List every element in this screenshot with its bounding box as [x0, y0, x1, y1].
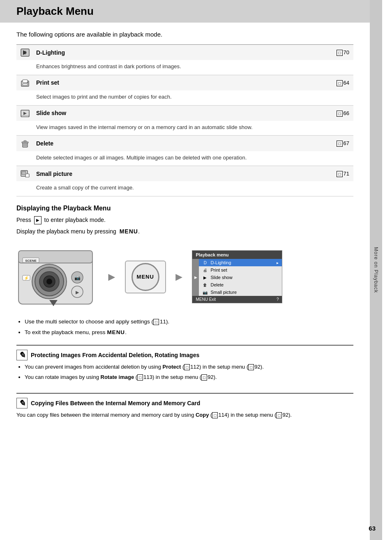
pm-item-delete: 🗑 Delete [199, 281, 282, 288]
note-bullets-1: You can prevent images from accidental d… [25, 363, 353, 381]
note-bullet-1-2: You can rotate images by using Rotate im… [25, 373, 353, 381]
pm-footer-right: ? [277, 297, 279, 302]
menu-button-diagram: MENU [125, 261, 166, 293]
menu-item-page: □66 [246, 105, 353, 121]
note-title-1: ✎ Protecting Images From Accidental Dele… [16, 350, 353, 360]
menu-item-icon [16, 75, 34, 90]
book-icon-n1: □ [184, 364, 190, 370]
pm-icon-s: ▶ [202, 275, 208, 280]
note-body-2: You can copy files between the internal … [16, 411, 353, 419]
note-title-2: ✎ Copying Files Between the Internal Mem… [16, 398, 353, 408]
menu-item-name: Print set [34, 75, 246, 90]
menu-row-desc: View images saved in the internal memory… [16, 121, 353, 136]
book-icon-n1b: □ [248, 364, 254, 370]
menu-item-name: Small picture [34, 166, 246, 182]
menu-item-desc: Delete selected images or all images. Mu… [16, 151, 353, 166]
menu-item-name: Delete [34, 136, 246, 151]
section-title: Displaying the Playback Menu [16, 205, 353, 212]
svg-rect-18 [22, 171, 26, 175]
pm-label-smallpic: Small picture [210, 290, 237, 295]
menu-row-desc: Create a small copy of the current image… [16, 181, 353, 196]
note-copying-files: ✎ Copying Files Between the Internal Mem… [16, 393, 353, 423]
book-icon-n3b: □ [276, 412, 282, 418]
note-icon-1: ✎ [16, 350, 28, 360]
menu-item-icon [16, 136, 34, 151]
book-icon: □ [337, 111, 342, 117]
slide-show-icon [21, 109, 30, 118]
svg-rect-5 [23, 84, 28, 85]
menu-item-icon: D [16, 45, 34, 60]
menu-item-name: D-Lighting [34, 45, 246, 60]
menu-row-desc: Select images to print and the number of… [16, 90, 353, 105]
pm-label-dlighting: D-Lighting [210, 260, 231, 265]
menu-row: Delete □67 [16, 136, 353, 151]
camera-diagram: SCENE ⚡ 📷 ▶ [16, 245, 99, 309]
delete-icon [21, 140, 30, 148]
svg-point-6 [27, 82, 28, 83]
menu-item-page: □71 [246, 166, 353, 182]
pm-label-delete: Delete [210, 282, 224, 287]
svg-rect-4 [23, 80, 28, 83]
pm-label-slideshow: Slide show [210, 275, 232, 280]
page-number: 63 [369, 525, 376, 532]
pm-arrow: ▸ [277, 261, 279, 265]
pm-item-smallpic: 📷 Small picture [199, 288, 282, 296]
small-picture-icon [21, 170, 30, 178]
pm-item-slideshow: ▶ Slide show [199, 274, 282, 281]
pm-item-dlighting: D D-Lighting ▸ [199, 259, 282, 266]
display-menu-text: Display the playback menu by pressing ME… [16, 227, 353, 236]
playback-button-icon: ▶ [34, 216, 42, 224]
press-playback-text: Press ▶ to enter playback mode. [16, 215, 353, 224]
camera-svg: SCENE ⚡ 📷 ▶ [16, 245, 99, 308]
pm-label-printset: Print set [210, 268, 227, 272]
menu-item-desc: View images saved in the internal memory… [16, 121, 353, 136]
menu-btn-label: MENU [131, 263, 159, 291]
svg-point-27 [46, 279, 52, 284]
print-set-icon [21, 79, 30, 87]
pm-icon-t: 🗑 [202, 283, 208, 287]
note-bullet-1-1: You can prevent images from accidental d… [25, 363, 353, 371]
svg-text:📷: 📷 [74, 275, 81, 281]
page-title: Playback Menu [16, 5, 353, 18]
bullets-list: Use the multi selector to choose and app… [25, 318, 353, 337]
book-icon-n2: □ [137, 374, 143, 381]
book-icon: □ [337, 171, 342, 177]
menu-item-desc: Enhances brightness and contrast in dark… [16, 60, 353, 75]
svg-text:▶: ▶ [76, 290, 79, 295]
pm-header: Playback menu [192, 251, 282, 259]
pm-selector: ▶ [192, 259, 199, 296]
svg-text:⚡: ⚡ [24, 275, 29, 281]
arrow-right-2: ► [173, 270, 185, 284]
menu-keyword-2: MENU [107, 329, 125, 335]
note-icon-2: ✎ [16, 398, 28, 408]
svg-rect-9 [21, 116, 29, 117]
menu-row-desc: Enhances brightness and contrast in dark… [16, 60, 353, 75]
menu-item-desc: Select images to print and the number of… [16, 90, 353, 105]
pm-footer-left: MENU Exit [196, 297, 216, 302]
menu-item-icon [16, 166, 34, 182]
svg-text:SCENE: SCENE [25, 259, 37, 263]
side-tab: More on Playback [370, 0, 382, 540]
note-protecting-images: ✎ Protecting Images From Accidental Dele… [16, 345, 353, 387]
arrow-right-1: ► [106, 270, 118, 284]
diagram-area: SCENE ⚡ 📷 ▶ [16, 245, 353, 309]
book-icon-b1: □ [153, 319, 159, 325]
menu-row: Slide show □66 [16, 105, 353, 121]
pm-icon-d: D [202, 261, 208, 265]
menu-row-desc: Delete selected images or all images. Mu… [16, 151, 353, 166]
book-icon: □ [337, 141, 342, 147]
intro-text: The following options are available in p… [16, 31, 353, 38]
menu-item-page: □70 [246, 45, 353, 60]
bullet-item-1: Use the multi selector to choose and app… [25, 318, 353, 326]
menu-item-page: □67 [246, 136, 353, 151]
d-lighting-icon: D [21, 48, 30, 57]
menu-item-name: Slide show [34, 105, 246, 121]
pm-footer: MENU Exit ? [192, 296, 282, 303]
book-icon-n2b: □ [201, 374, 207, 381]
menu-row: Small picture □71 [16, 166, 353, 182]
book-icon: □ [337, 80, 342, 86]
book-icon-n3: □ [212, 412, 218, 418]
pm-icon-m: 📷 [202, 290, 208, 295]
menu-row: D D-Lighting □70 [16, 45, 353, 60]
book-icon: □ [337, 50, 342, 56]
